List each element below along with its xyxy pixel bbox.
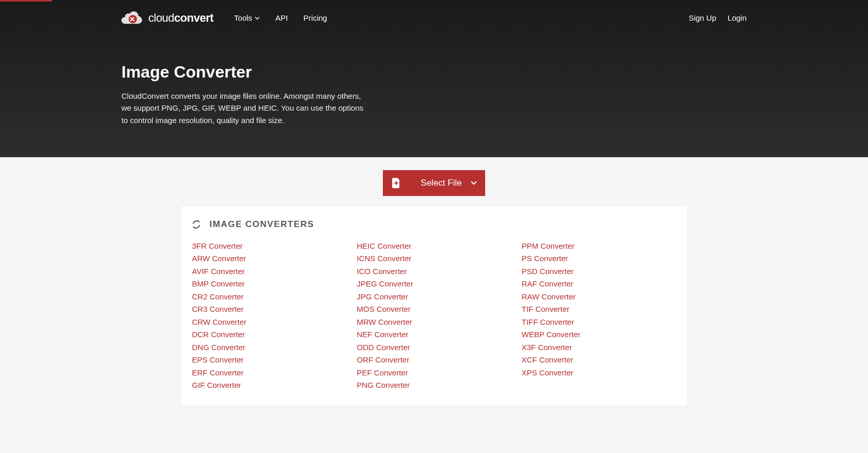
chevron-down-icon bbox=[471, 181, 477, 185]
page-title: Image Converter bbox=[121, 63, 747, 82]
card-header: IMAGE CONVERTERS bbox=[192, 219, 676, 230]
navbar: cloudconvert Tools API Pricing Sign Up L… bbox=[111, 2, 757, 34]
chevron-down-icon bbox=[255, 17, 260, 20]
logo-text: cloudconvert bbox=[148, 11, 213, 25]
converter-link[interactable]: ODD Converter bbox=[357, 342, 512, 353]
converter-link[interactable]: BMP Converter bbox=[192, 279, 347, 289]
converter-link[interactable]: ARW Converter bbox=[192, 253, 347, 264]
accent-bar bbox=[0, 0, 52, 2]
cloud-logo-icon bbox=[121, 10, 143, 26]
hero: Image Converter CloudConvert converts yo… bbox=[111, 34, 757, 126]
select-file-row: Select File bbox=[0, 157, 868, 206]
converter-link[interactable]: ERF Converter bbox=[192, 368, 347, 378]
converter-link[interactable]: MRW Converter bbox=[357, 317, 512, 327]
converter-link[interactable]: XPS Converter bbox=[522, 368, 676, 378]
nav-tools[interactable]: Tools bbox=[234, 13, 260, 22]
converter-column-3: PPM ConverterPS ConverterPSD ConverterRA… bbox=[522, 241, 676, 390]
converter-link[interactable]: X3F Converter bbox=[522, 342, 676, 353]
converter-link[interactable]: RAF Converter bbox=[522, 279, 676, 289]
converter-link[interactable]: 3FR Converter bbox=[192, 241, 347, 251]
converter-link[interactable]: ORF Converter bbox=[357, 355, 512, 365]
converters-card: IMAGE CONVERTERS 3FR ConverterARW Conver… bbox=[182, 206, 687, 405]
converter-link[interactable]: GIF Converter bbox=[192, 380, 347, 390]
converter-link[interactable]: DCR Converter bbox=[192, 329, 347, 340]
converter-link[interactable]: PSD Converter bbox=[522, 266, 676, 277]
converter-link[interactable]: TIFF Converter bbox=[522, 317, 676, 327]
converter-link[interactable]: PEF Converter bbox=[357, 368, 512, 378]
converter-link[interactable]: ICO Converter bbox=[357, 266, 512, 277]
page-description: CloudConvert converts your image files o… bbox=[121, 90, 369, 126]
converter-column-2: HEIC ConverterICNS ConverterICO Converte… bbox=[357, 241, 512, 390]
converter-link[interactable]: NEF Converter bbox=[357, 329, 512, 340]
card-title: IMAGE CONVERTERS bbox=[210, 219, 315, 230]
nav-pricing[interactable]: Pricing bbox=[303, 13, 327, 22]
converter-link[interactable]: AVIF Converter bbox=[192, 266, 347, 277]
nav-links-left: Tools API Pricing bbox=[234, 13, 689, 22]
header: cloudconvert Tools API Pricing Sign Up L… bbox=[0, 0, 868, 157]
converter-link[interactable]: TIF Converter bbox=[522, 304, 676, 314]
refresh-icon bbox=[192, 220, 200, 229]
converter-link[interactable]: RAW Converter bbox=[522, 292, 676, 302]
converter-link[interactable]: WEBP Converter bbox=[522, 329, 676, 340]
converter-link[interactable]: PPM Converter bbox=[522, 241, 676, 251]
select-file-button[interactable]: Select File bbox=[383, 170, 485, 196]
converter-link[interactable]: CR3 Converter bbox=[192, 304, 347, 314]
converter-link[interactable]: ICNS Converter bbox=[357, 253, 512, 264]
converter-link[interactable]: JPG Converter bbox=[357, 292, 512, 302]
converter-link[interactable]: XCF Converter bbox=[522, 355, 676, 365]
nav-api[interactable]: API bbox=[275, 13, 288, 22]
converter-link[interactable]: PNG Converter bbox=[357, 380, 512, 390]
nav-links-right: Sign Up Login bbox=[689, 13, 747, 22]
converter-link[interactable]: HEIC Converter bbox=[357, 241, 512, 251]
converter-columns: 3FR ConverterARW ConverterAVIF Converter… bbox=[192, 241, 676, 390]
converter-link[interactable]: EPS Converter bbox=[192, 355, 347, 365]
converter-link[interactable]: JPEG Converter bbox=[357, 279, 512, 289]
converter-link[interactable]: CRW Converter bbox=[192, 317, 347, 327]
logo-link[interactable]: cloudconvert bbox=[121, 10, 213, 26]
nav-signup[interactable]: Sign Up bbox=[689, 13, 716, 22]
converter-column-1: 3FR ConverterARW ConverterAVIF Converter… bbox=[192, 241, 347, 390]
converter-link[interactable]: DNG Converter bbox=[192, 342, 347, 353]
converter-link[interactable]: CR2 Converter bbox=[192, 292, 347, 302]
nav-login[interactable]: Login bbox=[727, 13, 747, 22]
converter-link[interactable]: MOS Converter bbox=[357, 304, 512, 314]
converter-link[interactable]: PS Converter bbox=[522, 253, 676, 264]
